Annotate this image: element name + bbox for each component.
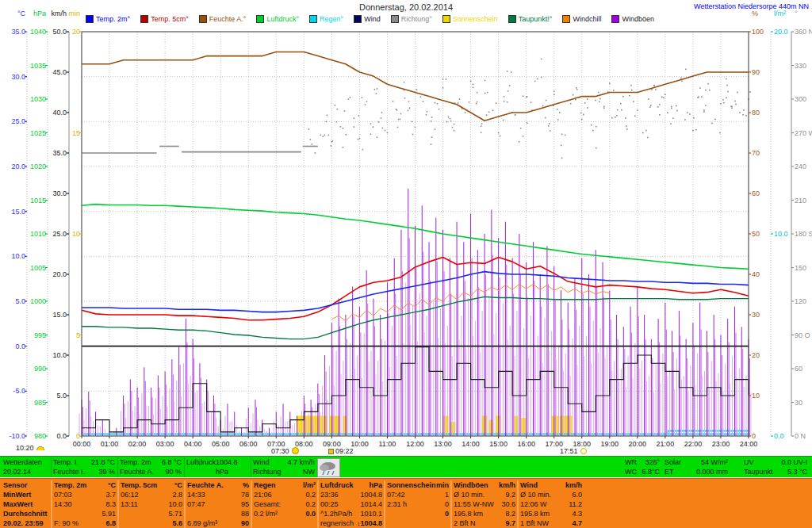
axis-unit-label: l/m² — [774, 10, 786, 17]
direction-dot — [358, 139, 359, 140]
direction-dot — [492, 109, 494, 111]
direction-dot — [450, 121, 452, 122]
direction-dot — [676, 110, 678, 112]
stats-column-temp-5cm: Temp. 5cm°C06:122.813:1110.05.715.6 — [117, 480, 184, 528]
direction-dot — [693, 117, 695, 119]
axis-unit-label: ° — [795, 10, 798, 17]
direction-dot — [701, 96, 703, 98]
direction-dot — [370, 123, 372, 124]
status-bar: Wetterdaten20.02.14 23:59Temp. I.21.8 °C… — [0, 456, 812, 477]
x-tick-label: 03:00 — [156, 440, 174, 448]
direction-dot — [697, 97, 699, 98]
axis-tick-label: 45.0 — [52, 68, 67, 76]
direction-dot — [486, 114, 488, 116]
x-tick-label: 20:00 — [629, 440, 647, 448]
column-header: Temp. 2m — [54, 480, 86, 490]
direction-dot — [523, 95, 524, 97]
direction-dot — [343, 147, 344, 148]
stat-value: 95 — [241, 499, 249, 509]
direction-dot — [504, 101, 505, 102]
stats-column-feuchte-a-: Feuchte A.%14:337807:4795886.89 g/m³90 — [184, 480, 251, 528]
direction-dot — [344, 110, 346, 112]
direction-dot — [591, 124, 592, 126]
direction-dot — [613, 90, 615, 91]
direction-dot — [549, 123, 550, 124]
direction-dot — [720, 103, 722, 105]
direction-dot — [714, 119, 716, 121]
axis-tick-label: 0.0 — [774, 432, 784, 440]
status-label: Richtung — [253, 467, 282, 476]
direction-dot — [575, 99, 576, 101]
direction-dot — [672, 117, 674, 119]
direction-dot — [705, 90, 707, 91]
direction-dot — [354, 126, 355, 128]
x-tick-label: 05:00 — [212, 440, 230, 448]
direction-dot — [446, 121, 448, 123]
column-header: Sensor — [3, 480, 28, 490]
stats-table: SensorMinWertMaxWertDurchschnitt20.02. 2… — [0, 478, 812, 528]
direction-dot — [731, 106, 733, 108]
status-label: Temp. 2m — [120, 457, 151, 467]
x-tick-label: 19:00 — [601, 440, 619, 448]
direction-dot — [327, 115, 328, 117]
direction-dot — [703, 111, 705, 113]
axis-tick-label: 10 — [752, 392, 760, 400]
direction-dot — [723, 102, 725, 104]
direction-dot — [370, 133, 372, 135]
axis-tick-label: 25.0 — [11, 117, 25, 125]
direction-dot — [726, 85, 728, 86]
direction-dot — [469, 101, 470, 103]
direction-dot — [437, 103, 439, 105]
direction-dot — [459, 98, 461, 100]
status-label: Luftdruck — [186, 457, 216, 476]
day-length-label: 10:20 — [16, 444, 44, 452]
axis-tick-label: 210 — [795, 197, 806, 205]
stat-value: 30.6 — [501, 499, 515, 509]
column-header: Windböen — [454, 480, 488, 490]
direction-dot — [742, 114, 744, 116]
stat-value: 5.91 — [102, 509, 116, 518]
direction-dot — [629, 95, 630, 97]
direction-dot — [439, 109, 440, 110]
direction-dot — [587, 107, 588, 109]
axis-tick-label: 985 — [34, 399, 46, 407]
stat-value: 4.3 — [572, 509, 582, 518]
direction-dot — [616, 115, 618, 117]
stat-value: 90 — [241, 518, 249, 528]
axis-tick-label: 80 — [752, 109, 760, 117]
axis-tick-label: 1015 — [30, 197, 46, 205]
direction-dot — [548, 125, 550, 127]
stat-value: 10.0 — [168, 499, 182, 509]
direction-dot — [743, 109, 745, 111]
status-right-cell-0: WR326°WC6.8°C — [623, 457, 661, 477]
direction-dot — [626, 128, 628, 130]
direction-dot — [617, 109, 619, 111]
direction-dot — [734, 101, 736, 102]
direction-dot — [404, 98, 406, 99]
direction-dot — [671, 108, 672, 109]
axis-tick-label: 0.0 — [56, 432, 67, 440]
stat-value: 5.6 — [172, 518, 182, 528]
stat-detail: 07:42 — [387, 490, 405, 499]
axis-tick-label: 5.0 — [56, 392, 67, 400]
axis-tick-label: 50.0 — [52, 28, 67, 36]
axis-unit-label: min — [68, 10, 80, 17]
moon-icon — [328, 449, 334, 454]
direction-dot — [648, 98, 649, 100]
status-right-cell-1: Solar54 W/m²ET0.000 mm — [663, 457, 730, 477]
row-label: MinWert — [3, 490, 31, 499]
direction-dot — [663, 98, 665, 99]
stat-detail: Gesamt: — [254, 499, 281, 509]
direction-dot — [649, 106, 651, 108]
x-tick-label: 24:00 — [740, 440, 758, 448]
direction-dot — [377, 136, 378, 138]
direction-dot — [576, 89, 578, 90]
direction-dot — [498, 132, 500, 134]
axis-tick-label: 0 — [752, 432, 756, 440]
status-cell-4: Wind4.7 km/hRichtungNW — [251, 457, 316, 477]
direction-dot — [621, 109, 622, 111]
stats-column-regen: Regenl/m²21:060.2Gesamt:0.20.2 l/m²0.0 — [251, 480, 317, 528]
axis-tick-label: 90 — [752, 68, 760, 76]
axis-unit-label: km/h — [51, 10, 67, 17]
sunrise-marker: 07:30 — [271, 447, 299, 455]
